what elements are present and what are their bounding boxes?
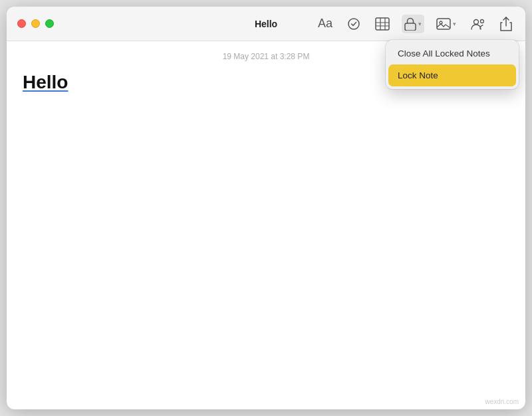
font-label: Aa <box>318 17 332 31</box>
watermark: wexdn.com <box>485 398 519 405</box>
lock-icon <box>404 17 416 31</box>
media-icon <box>436 17 451 31</box>
collaborate-icon <box>471 17 485 31</box>
traffic-lights <box>17 19 54 28</box>
svg-rect-1 <box>376 18 389 30</box>
table-icon <box>375 17 390 31</box>
note-body: 19 May 2021 at 3:28 PM Hello <box>7 41 525 409</box>
collaborate-button[interactable] <box>468 15 488 33</box>
media-chevron-icon: ▾ <box>453 21 456 27</box>
lock-note-item[interactable]: Lock Note <box>388 64 516 86</box>
lock-chevron-icon: ▾ <box>418 21 422 27</box>
note-text-hello: Hello <box>23 72 68 92</box>
window-title: Hello <box>255 19 277 29</box>
media-button[interactable]: ▾ <box>434 15 459 33</box>
close-button[interactable] <box>17 19 26 28</box>
svg-rect-6 <box>405 23 416 31</box>
lock-button[interactable]: ▾ <box>402 15 424 33</box>
toolbar-actions: Aa <box>315 14 515 34</box>
minimize-button[interactable] <box>31 19 40 28</box>
checklist-button[interactable] <box>344 15 363 33</box>
svg-point-10 <box>481 19 484 23</box>
table-button[interactable] <box>372 15 392 33</box>
share-icon <box>500 17 512 31</box>
lock-dropdown-menu: Close All Locked Notes Lock Note <box>386 40 519 89</box>
svg-point-0 <box>348 19 359 29</box>
checklist-icon <box>347 17 360 31</box>
app-window: Hello Aa <box>7 7 525 409</box>
svg-point-9 <box>474 19 479 24</box>
titlebar: Hello Aa <box>7 7 525 41</box>
close-all-locked-notes-item[interactable]: Close All Locked Notes <box>388 43 516 64</box>
font-button[interactable]: Aa <box>315 14 335 33</box>
share-button[interactable] <box>497 14 515 34</box>
maximize-button[interactable] <box>45 19 54 28</box>
svg-rect-7 <box>437 19 450 29</box>
